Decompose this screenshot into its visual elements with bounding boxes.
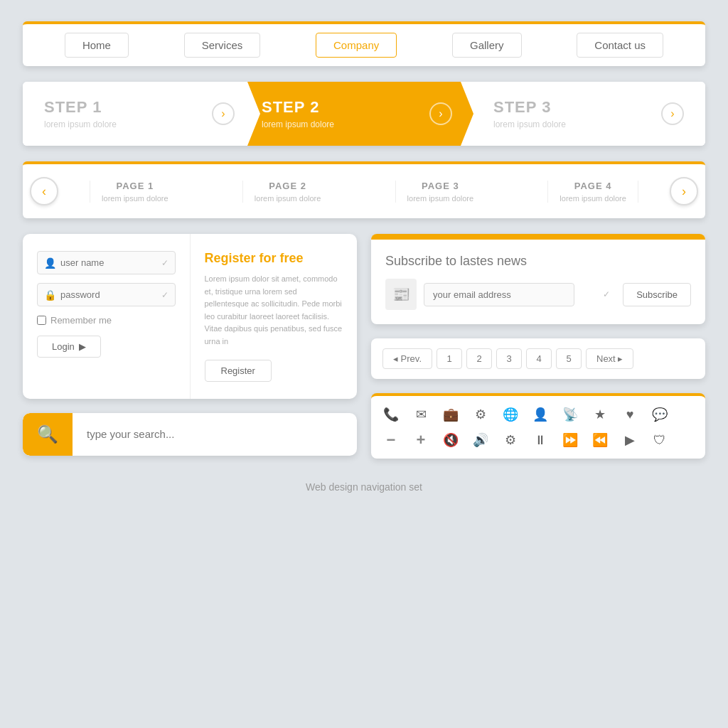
page-item-1[interactable]: PAGE 1 lorem ipsum dolore [90, 181, 180, 203]
step-1[interactable]: STEP 1 lorem ipsum dolore › [23, 82, 256, 146]
nav-contact[interactable]: Contact us [577, 33, 663, 58]
password-input[interactable] [37, 283, 176, 306]
right-column: Subscribe to lastes news 📰 ✓ Subscribe ◂… [371, 234, 705, 459]
footer-label: Web design navigation set [23, 481, 705, 493]
pagination-page-3[interactable]: 3 [496, 348, 522, 369]
pause-icon[interactable]: ⏸ [532, 432, 549, 449]
subscribe-header-bar [371, 234, 705, 240]
remember-checkbox[interactable] [37, 316, 46, 325]
step-2[interactable]: STEP 2 lorem ipsum dolore › [247, 82, 473, 146]
page-4-sub: lorem ipsum dolore [560, 194, 626, 203]
page-4-title: PAGE 4 [560, 181, 626, 191]
icon-row-1: 📞 ✉ 💼 ⚙ 🌐 👤 📡 ★ ♥ 💬 [382, 406, 694, 423]
login-arrow-icon: ▶ [79, 341, 86, 352]
mail-icon[interactable]: ✉ [412, 406, 429, 423]
play-icon[interactable]: ▶ [621, 432, 638, 449]
page-item-2[interactable]: PAGE 2 lorem ipsum dolore [242, 181, 333, 203]
bottom-row: 👤 ✓ 🔒 ✓ Remember me Login [23, 234, 705, 459]
volume-icon[interactable]: 🔊 [472, 432, 489, 449]
icon-bar: 📞 ✉ 💼 ⚙ 🌐 👤 📡 ★ ♥ 💬 − + 🔇 🔊 ⚙ [371, 393, 705, 459]
step-3[interactable]: STEP 3 lorem ipsum dolore › [465, 82, 705, 146]
ui-container: Home Services Company Gallery Contact us… [23, 21, 705, 493]
nav-bar: Home Services Company Gallery Contact us [23, 21, 705, 66]
page-1-sub: lorem ipsum dolore [102, 194, 168, 203]
page-2-sub: lorem ipsum dolore [255, 194, 321, 203]
nav-gallery[interactable]: Gallery [452, 33, 522, 58]
nav-home[interactable]: Home [65, 33, 129, 58]
pagination-next[interactable]: Next ▸ [586, 348, 633, 369]
left-column: 👤 ✓ 🔒 ✓ Remember me Login [23, 234, 357, 459]
rss-icon[interactable]: 📡 [562, 406, 579, 423]
equalizer-icon[interactable]: ⚙ [502, 432, 519, 449]
username-check-icon: ✓ [161, 258, 168, 268]
step-1-arrow: › [212, 102, 235, 125]
rewind-icon[interactable]: ⏪ [592, 432, 609, 449]
page-item-3[interactable]: PAGE 3 lorem ipsum dolore [395, 181, 486, 203]
subscribe-button[interactable]: Subscribe [623, 283, 691, 306]
page-next-btn[interactable]: › [670, 177, 698, 205]
step-bar: STEP 1 lorem ipsum dolore › STEP 2 lorem… [23, 82, 705, 146]
register-title: Register for free [205, 251, 304, 266]
fast-forward-icon[interactable]: ⏩ [562, 432, 579, 449]
nav-company[interactable]: Company [316, 33, 397, 58]
lock-icon: 🔒 [44, 289, 56, 301]
search-icon: 🔍 [37, 424, 58, 444]
page-1-title: PAGE 1 [102, 181, 168, 191]
register-button[interactable]: Register [205, 360, 272, 382]
register-text: Lorem ipsum dolor sit amet, commodo et, … [205, 273, 343, 348]
pagination-prev[interactable]: ◂ Prev. [382, 348, 432, 369]
icon-row-2: − + 🔇 🔊 ⚙ ⏸ ⏩ ⏪ ▶ 🛡 [382, 432, 694, 449]
page-3-title: PAGE 3 [407, 181, 474, 191]
pagination-page-1[interactable]: 1 [437, 348, 462, 369]
pagination-page-5[interactable]: 5 [556, 348, 582, 369]
shield-icon[interactable]: 🛡 [651, 432, 668, 449]
page-bar: ‹ PAGE 1 lorem ipsum dolore PAGE 2 lorem… [23, 161, 705, 218]
mute-icon[interactable]: 🔇 [442, 432, 459, 449]
step-3-arrow: › [661, 102, 684, 125]
register-section: Register for free Lorem ipsum dolor sit … [191, 234, 358, 399]
page-3-sub: lorem ipsum dolore [407, 194, 474, 203]
news-icon: 📰 [385, 279, 417, 310]
globe-icon[interactable]: 🌐 [502, 406, 519, 423]
subscribe-title: Subscribe to lastes news [385, 254, 691, 269]
password-check-icon: ✓ [161, 290, 168, 300]
search-input[interactable] [73, 428, 357, 440]
step-3-subtitle: lorem ipsum dolore [493, 119, 691, 129]
pagination-page-2[interactable]: 2 [466, 348, 492, 369]
subscribe-box: Subscribe to lastes news 📰 ✓ Subscribe [371, 234, 705, 324]
remember-label: Remember me [50, 315, 112, 326]
nav-services[interactable]: Services [184, 33, 261, 58]
minus-icon[interactable]: − [382, 432, 400, 449]
login-button[interactable]: Login ▶ [37, 336, 101, 358]
step-1-subtitle: lorem ipsum dolore [44, 119, 242, 129]
login-register-box: 👤 ✓ 🔒 ✓ Remember me Login [23, 234, 357, 399]
briefcase-icon[interactable]: 💼 [442, 406, 459, 423]
email-check-icon: ✓ [603, 289, 610, 299]
star-icon[interactable]: ★ [592, 406, 609, 423]
page-2-title: PAGE 2 [255, 181, 321, 191]
page-item-4[interactable]: PAGE 4 lorem ipsum dolore [547, 181, 638, 203]
pagination-page-4[interactable]: 4 [526, 348, 552, 369]
search-box: 🔍 [23, 413, 357, 456]
step-2-arrow: › [429, 102, 452, 125]
phone-icon[interactable]: 📞 [382, 406, 400, 423]
step-2-subtitle: lorem ipsum dolore [262, 119, 459, 129]
login-section: 👤 ✓ 🔒 ✓ Remember me Login [23, 234, 191, 399]
plus-icon[interactable]: + [412, 432, 429, 449]
search-icon-box: 🔍 [23, 413, 73, 456]
email-input[interactable] [424, 283, 574, 306]
heart-icon[interactable]: ♥ [621, 406, 638, 423]
user-icon: 👤 [44, 257, 56, 269]
page-prev-btn[interactable]: ‹ [30, 177, 58, 205]
username-input[interactable] [37, 251, 176, 274]
gear-icon[interactable]: ⚙ [472, 406, 489, 423]
chat-icon[interactable]: 💬 [651, 406, 668, 423]
user-icon[interactable]: 👤 [532, 406, 549, 423]
pagination-box: ◂ Prev. 1 2 3 4 5 Next ▸ [371, 338, 705, 379]
